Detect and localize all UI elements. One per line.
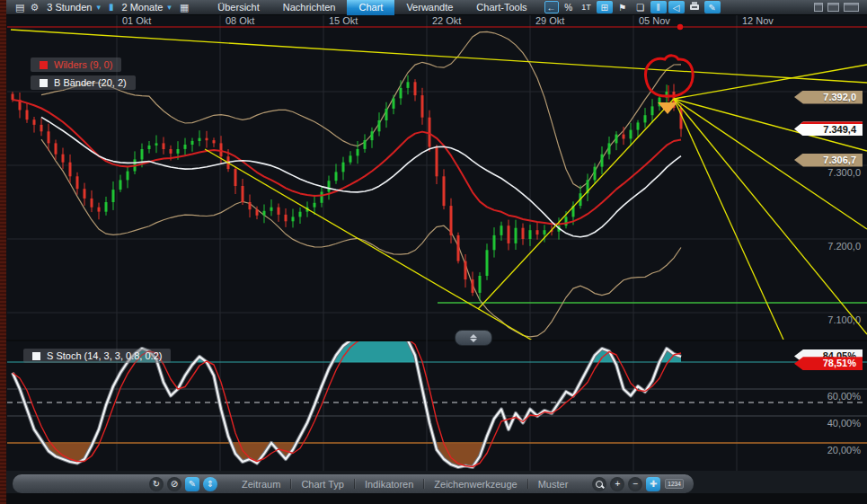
price-flag: 7.349,4: [794, 121, 863, 136]
svg-text:01 Okt: 01 Okt: [122, 15, 151, 26]
legend-bbands-label: B Bänder (20, 2): [54, 77, 127, 88]
windows-icon[interactable]: ❏: [633, 1, 649, 13]
svg-text:15 Okt: 15 Okt: [329, 15, 358, 26]
move-chart-icon[interactable]: ✚: [646, 477, 660, 491]
autoscale-icon[interactable]: ⇕: [203, 477, 217, 491]
window-edge: [0, 0, 6, 504]
window-medium-icon[interactable]: [827, 3, 839, 12]
zoom-icon[interactable]: [592, 477, 606, 491]
list-icon[interactable]: ▤: [15, 0, 24, 14]
trading-chart-window: 01 Okt08 Okt15 Okt22 Okt29 Okt05 Nov12 N…: [0, 0, 867, 504]
pin-icon[interactable]: ⚑: [615, 1, 631, 13]
legend-bbands[interactable]: B Bänder (20, 2): [31, 75, 136, 90]
chevron-down-icon: ▾: [96, 3, 101, 12]
legend-wilders[interactable]: Wilders (9, 0): [31, 57, 121, 72]
series-swatch: [32, 352, 40, 360]
panel-splitter[interactable]: [455, 330, 492, 346]
stoch-flag: 78,51%: [794, 357, 863, 370]
range-dropdown[interactable]: 2 Monate ▾: [121, 2, 171, 13]
legend-stoch-label: S Stoch (14, 3, 3, 0.8, 0.2): [47, 350, 162, 361]
candlestick-icon[interactable]: ‖: [650, 1, 667, 13]
zoom-in-icon[interactable]: +: [610, 477, 624, 491]
printer-icon[interactable]: [686, 1, 703, 13]
range-value: 2 Monate: [121, 2, 163, 13]
calendar-icon[interactable]: ▦: [180, 0, 189, 14]
window-size-icons: [814, 3, 859, 12]
red-line-handle[interactable]: [677, 24, 683, 30]
button-zeichenwerkzeuge[interactable]: Zeichenwerkzeuge: [424, 479, 526, 490]
series-swatch: [40, 61, 48, 69]
svg-text:05 Nov: 05 Nov: [639, 15, 670, 26]
window-large-icon[interactable]: [844, 3, 859, 12]
price-flag: 7.392,0: [794, 91, 863, 104]
button-indikatoren[interactable]: Indikatoren: [355, 479, 423, 490]
interval-dropdown[interactable]: 3 Stunden ▾: [47, 2, 101, 13]
tab-chart[interactable]: Chart: [347, 0, 394, 15]
window-small-icon[interactable]: [814, 3, 823, 12]
interval-value: 3 Stunden: [47, 2, 92, 13]
svg-text:12 Nov: 12 Nov: [742, 15, 774, 26]
chart-toolbar: ▤ ⚙ 3 Stunden ▾ ▮ 2 Monate ▾ ▦ Übersicht…: [0, 0, 867, 15]
legend-stoch[interactable]: S Stoch (14, 3, 3, 0.8, 0.2): [23, 349, 171, 363]
tab-chart-tools[interactable]: Chart-Tools: [464, 0, 538, 15]
svg-text:60,00%: 60,00%: [827, 391, 862, 402]
values-icon[interactable]: 1234: [665, 479, 683, 489]
series-swatch: [40, 79, 48, 87]
tab-bar: Übersicht Nachrichten Chart Verwandte Ch…: [206, 0, 538, 15]
one-t-icon[interactable]: 1T: [579, 1, 595, 13]
percent-icon[interactable]: %: [561, 1, 577, 13]
zoom-out-icon[interactable]: −: [628, 477, 642, 491]
chevron-down-icon: ▾: [167, 3, 172, 12]
chevron-up-icon: [470, 334, 477, 338]
svg-text:08 Okt: 08 Okt: [226, 15, 254, 26]
svg-text:29 Okt: 29 Okt: [535, 15, 564, 26]
grid-icon[interactable]: ⊞: [597, 1, 613, 13]
back-arrow-icon[interactable]: ←: [544, 1, 559, 13]
svg-text:22 Okt: 22 Okt: [432, 15, 461, 26]
chevron-down-icon: [470, 339, 477, 342]
draw-icon[interactable]: ✎: [185, 477, 199, 491]
gear-icon[interactable]: ⚙: [30, 0, 39, 14]
tab-uebersicht[interactable]: Übersicht: [206, 0, 270, 15]
button-muster[interactable]: Muster: [528, 479, 579, 490]
printer-glyph: [690, 4, 699, 10]
annotate-icon[interactable]: ✎: [704, 1, 721, 13]
tab-nachrichten[interactable]: Nachrichten: [271, 0, 348, 15]
refresh-icon[interactable]: ↻: [149, 477, 164, 491]
svg-text:20,00%: 20,00%: [827, 445, 862, 455]
polygon-icon[interactable]: ◁: [668, 1, 685, 13]
button-chart-typ[interactable]: Chart Typ: [291, 479, 354, 490]
legend-wilders-label: Wilders (9, 0): [54, 59, 112, 70]
svg-text:7.300,0: 7.300,0: [827, 167, 861, 178]
svg-text:7.200,0: 7.200,0: [827, 241, 861, 252]
bottom-margin: [6, 493, 867, 504]
chart-tool-icons: ← % 1T ⊞ ⚑ ❏ ‖ ◁ ✎: [544, 1, 721, 13]
price-flag: 7.306,7: [794, 154, 863, 167]
button-zeitraum[interactable]: Zeitraum: [232, 479, 290, 490]
tab-verwandte[interactable]: Verwandte: [394, 0, 464, 15]
candle-size-icon[interactable]: ▮: [109, 0, 114, 14]
svg-text:40,00%: 40,00%: [827, 418, 862, 429]
magnifier-glyph: [596, 481, 603, 488]
clear-drawings-icon[interactable]: ⊘: [167, 477, 181, 491]
chart-bottom-toolbar: ↻ ⊘ ✎ ⇕ Zeitraum Chart Typ Indikatoren Z…: [13, 474, 694, 493]
